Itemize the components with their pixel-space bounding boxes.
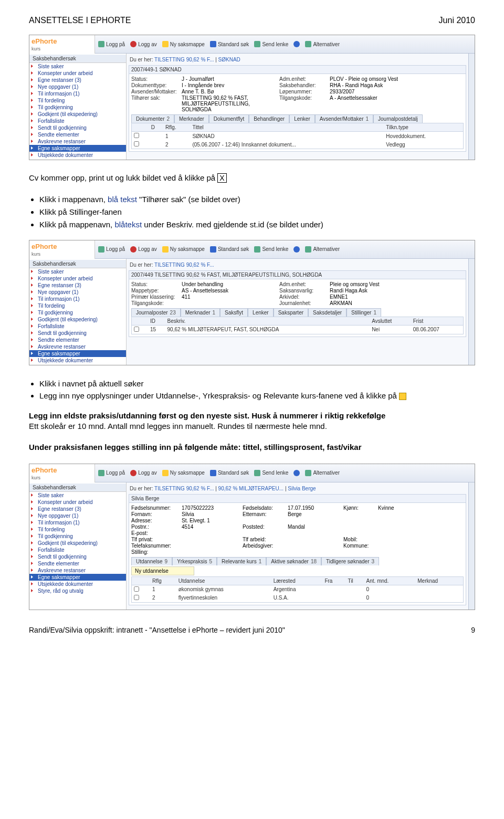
sidebar-item[interactable]: Sendt til godkjenning (29, 330, 126, 337)
help-button[interactable] (293, 41, 300, 47)
row-checkbox[interactable] (134, 586, 139, 592)
sidebar-item[interactable]: Godkjent (til ekspedering) (29, 540, 126, 547)
logg-pa-button[interactable]: Logg på (98, 470, 125, 476)
table-row[interactable]: 1590,62 % MILJØTERAPEUT, FAST, SOLHØGDAN… (132, 325, 464, 334)
sidebar-item[interactable]: Forfallsliste (29, 118, 126, 124)
sidebar-item[interactable]: Siste saker (29, 63, 126, 70)
standard-sok-button[interactable]: Standard søk (210, 470, 249, 476)
sidebar-item[interactable]: Nye oppgaver (1) (29, 83, 126, 90)
tab[interactable]: Saksdetaljer (308, 308, 346, 317)
ny-saksmappe-button[interactable]: Ny saksmappe (162, 41, 205, 47)
sidebar-item[interactable]: Utsjekkede dokumenter (29, 152, 126, 159)
alternativer-button[interactable]: Alternativer (305, 41, 340, 47)
alternativer-button[interactable]: Alternativer (305, 246, 340, 253)
sidebar-item[interactable]: Til godkjenning (29, 533, 126, 540)
row-checkbox[interactable] (134, 133, 139, 138)
sidebar-item[interactable]: Egne restanser (3) (29, 77, 126, 83)
logg-pa-button[interactable]: Logg på (98, 41, 125, 47)
sidebar-item[interactable]: Til fordeling (29, 302, 126, 309)
tab[interactable]: Tidligere søknader (321, 557, 379, 565)
ny-saksmappe-button[interactable]: Ny saksmappe (162, 246, 205, 253)
tab[interactable]: Avsender/Mottaker (315, 114, 373, 123)
sidebar-item[interactable]: Godkjent (til ekspedering) (29, 111, 126, 118)
sidebar-item[interactable]: Til informasjon (1) (29, 296, 126, 302)
sidebar-item[interactable]: Utsjekkede dokumenter (29, 581, 126, 587)
sidebar-item[interactable]: Til fordeling (29, 526, 126, 533)
sidebar-item[interactable]: Til godkjenning (29, 309, 126, 316)
logg-av-button[interactable]: Logg av (130, 246, 157, 253)
sidebar-item[interactable]: Konsepter under arbeid (29, 499, 126, 506)
row-checkbox[interactable] (134, 327, 139, 332)
sidebar-item[interactable]: Egne restanser (3) (29, 282, 126, 289)
sidebar-item[interactable]: Siste saker (29, 492, 126, 499)
standard-sok-button[interactable]: Standard søk (210, 41, 249, 47)
send-lenke-button[interactable]: Send lenke (254, 470, 288, 476)
tab[interactable]: Utdannelse (131, 557, 172, 565)
tab[interactable]: Lenker (289, 114, 315, 123)
help-button[interactable] (293, 246, 300, 253)
table-row[interactable]: 1økonomisk gymnasArgentina0 (132, 585, 464, 594)
send-lenke-button[interactable]: Send lenke (254, 246, 288, 253)
tab[interactable]: Journalposter (131, 308, 181, 317)
sidebar-item[interactable]: Sendte elementer (29, 131, 126, 138)
sidebar-item[interactable]: Godkjent (til ekspedering) (29, 316, 126, 323)
send-lenke-button[interactable]: Send lenke (254, 41, 288, 47)
sidebar-item[interactable]: Avskrevne restanser (29, 343, 126, 350)
crumb-link[interactable]: TILSETTING 90,62 % F... (154, 262, 214, 268)
tab[interactable]: Lenker (248, 308, 274, 317)
crumb-link[interactable]: TILSETTING 90,62 % F... (154, 57, 214, 62)
tab[interactable]: Merknader (174, 114, 209, 123)
tab[interactable]: Stillinger (346, 308, 381, 317)
sidebar-item[interactable]: Siste saker (29, 268, 126, 275)
logg-av-button[interactable]: Logg av (130, 470, 157, 476)
scrollbar[interactable] (468, 54, 475, 160)
tab[interactable]: Relevante kurs (217, 557, 266, 565)
sidebar-item[interactable]: Utsjekkede dokumenter (29, 357, 126, 364)
sidebar-item[interactable]: Forfallsliste (29, 323, 126, 330)
sidebar-item[interactable]: Sendt til godkjenning (29, 553, 126, 560)
sidebar-item[interactable]: Egne restanser (3) (29, 506, 126, 512)
sidebar-item[interactable]: Egne saksmapper (29, 350, 126, 357)
sidebar-item[interactable]: Konsepter under arbeid (29, 275, 126, 282)
tab[interactable]: Saksparter (274, 308, 308, 317)
logg-av-button[interactable]: Logg av (130, 41, 157, 47)
sidebar-item[interactable]: Egne saksmapper (29, 574, 126, 581)
crumb-link[interactable]: SØKNAD (218, 57, 240, 62)
sidebar-item[interactable]: Til godkjenning (29, 104, 126, 111)
sidebar-item[interactable]: Sendt til godkjenning (29, 124, 126, 131)
sidebar-item[interactable]: Avskrevne restanser (29, 138, 126, 145)
sidebar-item[interactable]: Egne saksmapper (29, 145, 126, 152)
row-checkbox[interactable] (134, 141, 139, 146)
sidebar-item[interactable]: Til fordeling (29, 97, 126, 104)
tab[interactable]: Saksflyt (220, 308, 248, 317)
tab[interactable]: Merknader (181, 308, 220, 317)
sidebar-item[interactable]: Konsepter under arbeid (29, 70, 126, 77)
tab[interactable]: Yrkespraksis (172, 557, 217, 565)
sidebar-item[interactable]: Nye oppgaver (1) (29, 512, 126, 519)
ny-saksmappe-button[interactable]: Ny saksmappe (162, 470, 205, 476)
sidebar-item[interactable]: Til informasjon (1) (29, 90, 126, 97)
sidebar-item[interactable]: Sendte elementer (29, 560, 126, 567)
table-row[interactable]: 2flyvertinneskolenU.S.A.0 (132, 594, 464, 603)
scrollbar[interactable] (468, 482, 475, 610)
help-button[interactable] (293, 470, 300, 476)
field-value: AS - Ansettelsessak (182, 288, 276, 293)
tab[interactable]: Behandlinger (249, 114, 289, 123)
sidebar-item[interactable]: Nye oppgaver (1) (29, 289, 126, 296)
logg-pa-button[interactable]: Logg på (98, 246, 125, 253)
scrollbar[interactable] (468, 259, 475, 365)
tab[interactable]: Dokumentflyt (209, 114, 249, 123)
tab[interactable]: Aktive søknader (266, 557, 321, 565)
sidebar-item[interactable]: Avskrevne restanser (29, 567, 126, 574)
sidebar-item[interactable]: Til informasjon (1) (29, 519, 126, 526)
sidebar-item[interactable]: Forfallsliste (29, 547, 126, 553)
row-checkbox[interactable] (134, 595, 139, 600)
table-row[interactable]: 1SØKNADHoveddokument. (132, 132, 464, 141)
sidebar-item[interactable]: Sendte elementer (29, 337, 126, 343)
table-row[interactable]: 2(05.06.2007 - 12:46) Innskannet dokumen… (132, 140, 464, 149)
alternativer-button[interactable]: Alternativer (305, 470, 340, 476)
standard-sok-button[interactable]: Standard søk (210, 246, 249, 253)
tab[interactable]: Journalpostdetalj (373, 114, 423, 123)
sidebar-item[interactable]: Styre, råd og utvalg (29, 587, 126, 594)
tab[interactable]: Dokumenter (131, 114, 174, 123)
